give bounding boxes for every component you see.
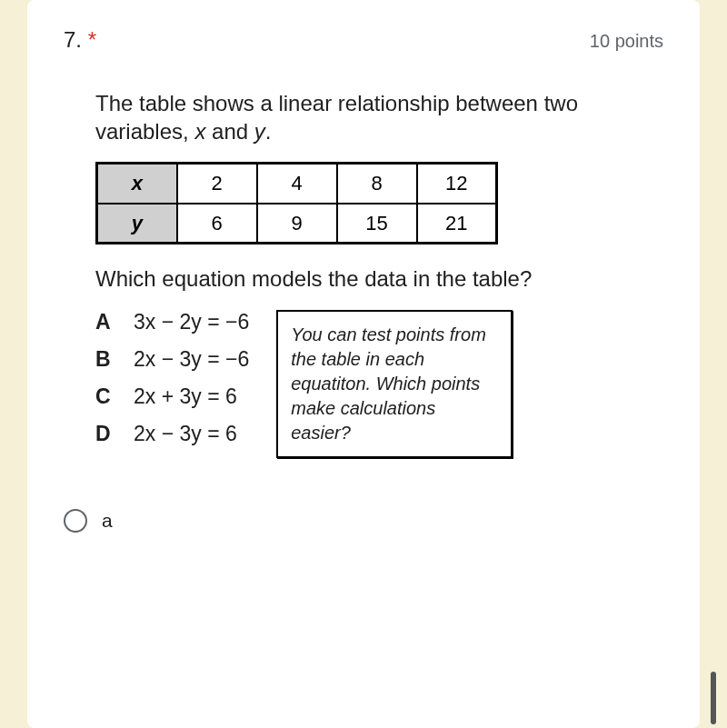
question-number: 7. * bbox=[64, 27, 96, 53]
answer-text: 2x − 3y = −6 bbox=[134, 347, 249, 372]
row-header-y: y bbox=[97, 204, 177, 244]
scrollbar-thumb[interactable] bbox=[711, 672, 716, 724]
table-cell: 21 bbox=[417, 204, 497, 244]
radio-option-a[interactable]: a bbox=[55, 509, 672, 533]
prompt-text: The table shows a linear relationship be… bbox=[95, 89, 632, 145]
answer-choice-c: C 2x + 3y = 6 bbox=[95, 384, 249, 409]
question-body: The table shows a linear relationship be… bbox=[95, 89, 632, 459]
question-card: 7. * 10 points The table shows a linear … bbox=[27, 0, 700, 728]
table-cell: 4 bbox=[257, 164, 337, 204]
table-cell: 9 bbox=[257, 204, 337, 244]
table-cell: 2 bbox=[177, 164, 257, 204]
prompt-var-y: y bbox=[254, 119, 265, 144]
prompt-mid: and bbox=[205, 119, 254, 144]
answers-row: A 3x − 2y = −6 B 2x − 3y = −6 C 2x + 3y … bbox=[95, 310, 632, 459]
row-header-x: x bbox=[97, 164, 177, 204]
answer-letter: C bbox=[95, 384, 134, 409]
table-cell: 12 bbox=[417, 164, 497, 204]
answer-choice-b: B 2x − 3y = −6 bbox=[95, 347, 249, 372]
answer-choice-a: A 3x − 2y = −6 bbox=[95, 310, 249, 334]
table-cell: 6 bbox=[177, 204, 257, 244]
table-row: x 2 4 8 12 bbox=[97, 164, 497, 204]
answers-list: A 3x − 2y = −6 B 2x − 3y = −6 C 2x + 3y … bbox=[95, 310, 249, 459]
number-text: 7. bbox=[64, 27, 82, 52]
answer-letter: B bbox=[95, 347, 134, 372]
option-label: a bbox=[102, 510, 113, 532]
answer-text: 2x − 3y = 6 bbox=[134, 422, 237, 446]
radio-icon[interactable] bbox=[64, 509, 87, 533]
answer-letter: A bbox=[95, 310, 134, 334]
data-table: x 2 4 8 12 y 6 9 15 21 bbox=[95, 162, 498, 244]
hint-box: You can test points from the table in ea… bbox=[276, 310, 513, 458]
answer-text: 3x − 2y = −6 bbox=[134, 310, 249, 334]
points-label: 10 points bbox=[590, 31, 663, 52]
table-cell: 8 bbox=[337, 164, 417, 204]
answer-letter: D bbox=[95, 422, 134, 446]
prompt-part1: The table shows a linear relationship be… bbox=[95, 91, 578, 144]
question-header: 7. * 10 points bbox=[55, 27, 672, 53]
answer-choice-d: D 2x − 3y = 6 bbox=[95, 422, 249, 446]
prompt-end: . bbox=[265, 119, 272, 144]
table-row: y 6 9 15 21 bbox=[97, 204, 497, 244]
table-cell: 15 bbox=[337, 204, 417, 244]
subprompt-text: Which equation models the data in the ta… bbox=[95, 264, 632, 293]
required-asterisk: * bbox=[88, 27, 96, 52]
answer-text: 2x + 3y = 6 bbox=[134, 384, 237, 409]
prompt-var-x: x bbox=[194, 119, 205, 144]
